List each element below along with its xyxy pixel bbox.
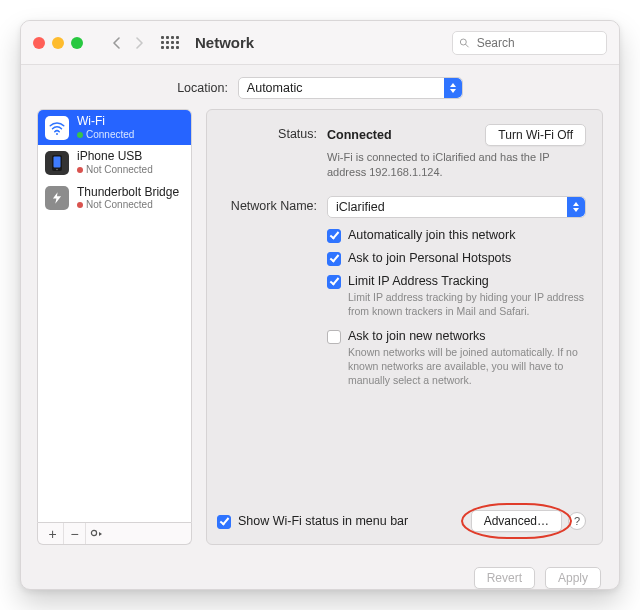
show-wifi-menubar-checkbox[interactable]: Show Wi-Fi status in menu bar — [217, 514, 408, 529]
svg-point-6 — [91, 530, 96, 535]
phone-icon — [45, 151, 69, 175]
interface-options-button[interactable] — [86, 523, 108, 544]
sidebar-item-label: Thunderbolt Bridge — [77, 186, 179, 200]
titlebar: Network — [21, 21, 619, 65]
window-footer: Revert Apply — [21, 557, 619, 589]
location-row: Location: Automatic — [21, 65, 619, 109]
window-title: Network — [195, 34, 254, 51]
ask-join-networks-checkbox[interactable]: Ask to join new networks Known networks … — [327, 329, 586, 388]
location-value: Automatic — [247, 81, 303, 95]
location-label: Location: — [177, 81, 228, 95]
checkbox-icon — [327, 330, 341, 344]
status-description: Wi-Fi is connected to iClarified and has… — [327, 150, 586, 180]
back-button[interactable] — [107, 33, 127, 53]
checkbox-icon — [217, 515, 231, 529]
status-value: Connected — [327, 128, 392, 142]
checkbox-icon — [327, 252, 341, 266]
advanced-button[interactable]: Advanced… — [471, 510, 562, 532]
help-button[interactable]: ? — [568, 512, 586, 530]
sidebar-item-wifi[interactable]: Wi-Fi Connected — [38, 110, 191, 145]
sidebar-toolbar: + − — [37, 523, 192, 545]
show-all-icon[interactable] — [161, 34, 179, 52]
network-preferences-window: Network Location: Automatic Wi-Fi Conne — [20, 20, 620, 590]
network-name-value: iClarified — [336, 200, 385, 214]
checkbox-icon — [327, 275, 341, 289]
close-icon[interactable] — [33, 37, 45, 49]
svg-point-5 — [56, 169, 58, 171]
zoom-icon[interactable] — [71, 37, 83, 49]
checkbox-icon — [327, 229, 341, 243]
search-field[interactable] — [452, 31, 607, 55]
status-dot-icon — [77, 202, 83, 208]
status-dot-icon — [77, 132, 83, 138]
status-dot-icon — [77, 167, 83, 173]
minimize-icon[interactable] — [52, 37, 64, 49]
limit-ip-tracking-checkbox[interactable]: Limit IP Address Tracking Limit IP addre… — [327, 274, 586, 318]
network-name-label: Network Name: — [217, 196, 327, 213]
interfaces-sidebar: Wi-Fi Connected iPhone USB Not Connected — [37, 109, 192, 545]
svg-line-1 — [466, 44, 469, 47]
sidebar-item-label: iPhone USB — [77, 150, 153, 164]
nav-buttons — [107, 33, 149, 53]
sidebar-item-thunderbolt[interactable]: Thunderbolt Bridge Not Connected — [38, 181, 191, 216]
window-controls — [33, 37, 83, 49]
forward-button[interactable] — [129, 33, 149, 53]
location-select[interactable]: Automatic — [238, 77, 463, 99]
network-name-select[interactable]: iClarified — [327, 196, 586, 218]
search-input[interactable] — [475, 35, 600, 51]
sidebar-item-label: Wi-Fi — [77, 115, 134, 129]
search-icon — [459, 37, 470, 49]
personal-hotspots-checkbox[interactable]: Ask to join Personal Hotspots — [327, 251, 586, 266]
auto-join-checkbox[interactable]: Automatically join this network — [327, 228, 586, 243]
svg-rect-4 — [54, 156, 61, 167]
apply-button[interactable]: Apply — [545, 567, 601, 589]
remove-interface-button[interactable]: − — [64, 523, 86, 544]
details-pane: Status: Connected Turn Wi-Fi Off Wi-Fi i… — [206, 109, 603, 545]
svg-point-2 — [56, 133, 58, 135]
chevron-updown-icon — [444, 78, 462, 98]
turn-wifi-off-button[interactable]: Turn Wi-Fi Off — [485, 124, 586, 146]
interfaces-list[interactable]: Wi-Fi Connected iPhone USB Not Connected — [37, 109, 192, 523]
wifi-icon — [45, 116, 69, 140]
status-label: Status: — [217, 124, 327, 141]
add-interface-button[interactable]: + — [42, 523, 64, 544]
chevron-updown-icon — [567, 197, 585, 217]
thunderbolt-icon — [45, 186, 69, 210]
sidebar-item-iphone-usb[interactable]: iPhone USB Not Connected — [38, 145, 191, 180]
revert-button[interactable]: Revert — [474, 567, 535, 589]
